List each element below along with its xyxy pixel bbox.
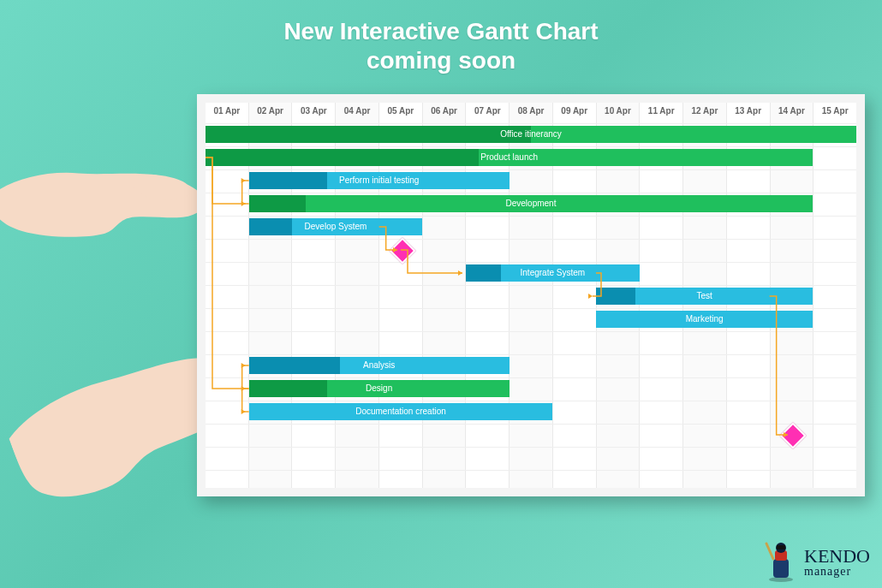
task-label: Test	[696, 291, 712, 300]
brand-logo: KENDO manager	[763, 542, 870, 583]
task-label: Analysis	[363, 360, 395, 370]
logo-sub: manager	[804, 566, 870, 578]
task-label: Office itinerancy	[500, 129, 562, 139]
task-label: Marketing	[686, 314, 724, 324]
gantt-chart[interactable]: 01 Apr02 Apr03 Apr04 Apr05 Apr06 Apr07 A…	[206, 103, 856, 488]
gantt-board: 01 Apr02 Apr03 Apr04 Apr05 Apr06 Apr07 A…	[197, 94, 865, 496]
task-label: Documentation creation	[355, 407, 446, 416]
task-label: Perform initial testing	[339, 175, 419, 185]
task-label: Design	[366, 383, 392, 393]
task-label: Development	[506, 199, 557, 208]
dependency-links	[206, 123, 856, 493]
hand-top	[0, 119, 219, 266]
svg-rect-1	[773, 559, 789, 578]
logo-name: KENDO	[804, 547, 870, 566]
headline: New Interactive Gantt Chart coming soon	[0, 17, 882, 74]
task-label: Develop System	[305, 222, 367, 231]
task-label: Product launch	[480, 152, 538, 162]
kendo-figure-icon	[763, 542, 799, 583]
task-label: Integrate System	[521, 268, 586, 277]
headline-line1: New Interactive Gantt Chart	[283, 18, 598, 45]
headline-line2: coming soon	[0, 46, 882, 75]
svg-line-5	[766, 543, 773, 559]
svg-rect-4	[777, 545, 785, 549]
